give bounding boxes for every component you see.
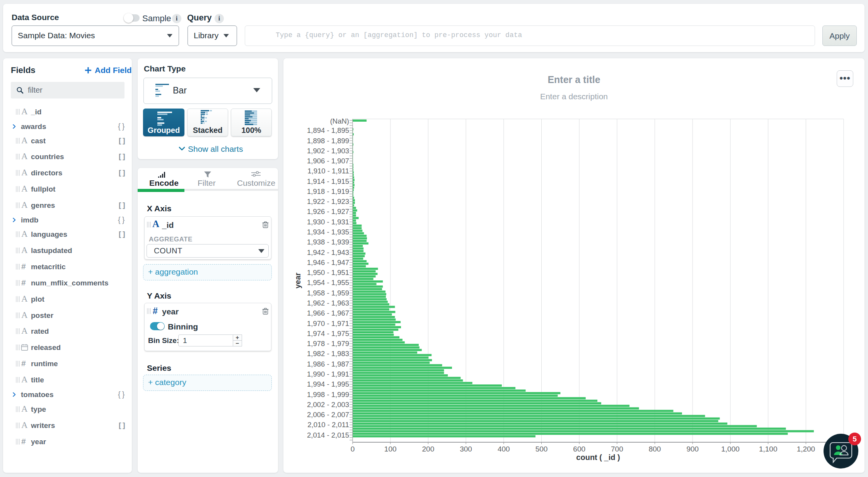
svg-text:1,000: 1,000 xyxy=(721,445,740,453)
svg-text:1,998 - 1,999: 1,998 - 1,999 xyxy=(307,390,349,399)
svg-text:1,950 - 1,951: 1,950 - 1,951 xyxy=(307,268,349,277)
svg-text:1,934 - 1,935: 1,934 - 1,935 xyxy=(307,228,349,236)
svg-text:1,962 - 1,963: 1,962 - 1,963 xyxy=(307,299,349,307)
svg-text:1,926 - 1,927: 1,926 - 1,927 xyxy=(307,207,349,216)
svg-text:500: 500 xyxy=(535,445,548,453)
svg-text:1,954 - 1,955: 1,954 - 1,955 xyxy=(307,278,349,287)
svg-text:300: 300 xyxy=(460,445,472,453)
svg-text:1,974 - 1,975: 1,974 - 1,975 xyxy=(307,329,349,338)
svg-text:1,894 - 1,895: 1,894 - 1,895 xyxy=(307,126,349,134)
svg-text:800: 800 xyxy=(649,445,661,453)
svg-text:1,966 - 1,967: 1,966 - 1,967 xyxy=(307,309,349,317)
svg-text:1,970 - 1,971: 1,970 - 1,971 xyxy=(307,319,349,328)
svg-text:1,910 - 1,911: 1,910 - 1,911 xyxy=(307,167,349,175)
svg-text:1,906 - 1,907: 1,906 - 1,907 xyxy=(307,157,349,165)
svg-text:1,200: 1,200 xyxy=(797,445,815,453)
svg-text:1,898 - 1,899: 1,898 - 1,899 xyxy=(307,137,349,145)
svg-text:count ( _id ): count ( _id ) xyxy=(576,453,620,462)
svg-text:1,930 - 1,931: 1,930 - 1,931 xyxy=(307,218,349,226)
svg-text:1,982 - 1,983: 1,982 - 1,983 xyxy=(307,350,349,358)
svg-text:200: 200 xyxy=(422,445,435,453)
svg-text:600: 600 xyxy=(573,445,585,453)
svg-text:1,918 - 1,919: 1,918 - 1,919 xyxy=(307,187,349,195)
svg-text:0: 0 xyxy=(351,445,355,453)
svg-text:400: 400 xyxy=(498,445,510,453)
svg-text:1,958 - 1,959: 1,958 - 1,959 xyxy=(307,289,349,297)
svg-text:(NaN): (NaN) xyxy=(330,117,349,125)
svg-text:1,942 - 1,943: 1,942 - 1,943 xyxy=(307,248,349,256)
svg-text:2,014 - 2,015: 2,014 - 2,015 xyxy=(307,431,349,439)
svg-text:1,978 - 1,979: 1,978 - 1,979 xyxy=(307,340,349,348)
svg-text:100: 100 xyxy=(384,445,397,453)
svg-text:2,006 - 2,007: 2,006 - 2,007 xyxy=(307,411,349,419)
svg-text:1,902 - 1,903: 1,902 - 1,903 xyxy=(307,147,349,155)
svg-text:700: 700 xyxy=(611,445,623,453)
svg-text:year: year xyxy=(293,273,302,289)
svg-text:1,946 - 1,947: 1,946 - 1,947 xyxy=(307,258,349,267)
svg-text:2,002 - 2,003: 2,002 - 2,003 xyxy=(307,401,349,409)
svg-text:1,994 - 1,995: 1,994 - 1,995 xyxy=(307,380,349,388)
svg-text:1,922 - 1,923: 1,922 - 1,923 xyxy=(307,197,349,205)
svg-text:1,990 - 1,991: 1,990 - 1,991 xyxy=(307,370,349,378)
svg-text:2,010 - 2,011: 2,010 - 2,011 xyxy=(307,421,349,429)
svg-text:1,100: 1,100 xyxy=(759,445,778,453)
svg-text:1,986 - 1,987: 1,986 - 1,987 xyxy=(307,360,349,368)
svg-text:1,938 - 1,939: 1,938 - 1,939 xyxy=(307,238,349,246)
svg-text:900: 900 xyxy=(686,445,699,453)
svg-text:1,914 - 1,915: 1,914 - 1,915 xyxy=(307,177,349,185)
